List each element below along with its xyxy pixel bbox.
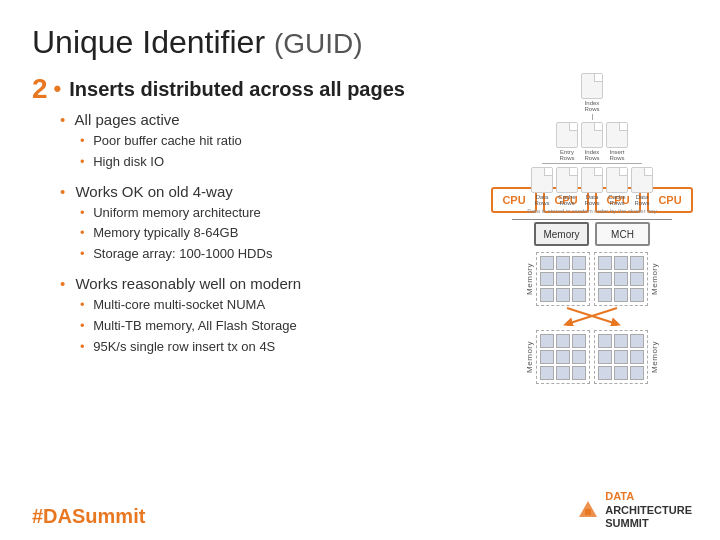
title-main: Unique Identifier — [32, 24, 265, 60]
section-2-bullet-1: • Uniform memory architecture — [80, 203, 452, 224]
slide: Unique Identifier (GUID) 2 • Inserts dis… — [0, 0, 720, 540]
section-3-heading: • Works reasonably well on modern — [60, 275, 452, 292]
title-sub: (GUID) — [274, 28, 363, 59]
section-3: • Works reasonably well on modern • Mult… — [60, 275, 452, 357]
connector-v1 — [592, 114, 593, 120]
doc-row-bottom: DataRows CacheRows DataRows CacheRows — [452, 167, 720, 206]
section-2-heading: • Works OK on old 4-way — [60, 183, 452, 200]
doc-data3: DataRows — [631, 167, 653, 206]
hashtag-footer: #DASummit — [32, 505, 145, 528]
cross-arrow-row — [452, 306, 720, 326]
mem-label-left-bottom: Memory — [525, 341, 534, 373]
doc-data1: DataRows — [531, 167, 553, 206]
logo-area: DATA ARCHITECTURE SUMMIT — [577, 490, 692, 530]
number-badge: 2 — [32, 73, 48, 105]
doc-icon-entry — [556, 122, 578, 148]
diagram-top: IndexRows EntryRows IndexRows — [452, 73, 720, 183]
svg-rect-5 — [585, 509, 591, 515]
doc-cache2: CacheRows — [606, 167, 628, 206]
section-2-bullet-2: • Memory typically 8-64GB — [80, 223, 452, 244]
doc-icon-insert — [606, 122, 628, 148]
doc-entry: EntryRows — [556, 122, 578, 161]
data-grid-left-bottom — [536, 330, 590, 384]
grid-right-bottom: Memory — [594, 330, 659, 384]
doc-index-mid: IndexRows — [581, 122, 603, 161]
mem-mch-row: Memory MCH — [452, 222, 720, 246]
doc-icon-index-mid — [581, 122, 603, 148]
section-1-bullet-2: • High disk IO — [80, 152, 452, 173]
doc-icon-data3 — [631, 167, 653, 193]
data-grid-right-bottom — [594, 330, 648, 384]
section-1: • All pages active • Poor buffer cache h… — [60, 111, 452, 173]
section-1-bullet-1: • Poor buffer cache hit ratio — [80, 131, 452, 152]
mem-label-left-top: Memory — [525, 263, 534, 295]
logo-icon — [577, 499, 599, 521]
doc-cache1: CacheRows — [556, 167, 578, 206]
main-bullet-text: Inserts distributed across all pages — [69, 78, 405, 101]
data-grid-right-top — [594, 252, 648, 306]
logo-svg — [577, 499, 599, 521]
logo-text-block: DATA ARCHITECTURE SUMMIT — [605, 490, 692, 530]
doc-row-middle: EntryRows IndexRows InsertRows — [452, 122, 720, 161]
bullet-dot-main: • — [54, 76, 62, 102]
cross-arrow-svg — [562, 306, 622, 326]
mem-label-right-bottom: Memory — [650, 341, 659, 373]
content-area: 2 • Inserts distributed across all pages… — [32, 73, 688, 384]
main-bullet-row: 2 • Inserts distributed across all pages — [32, 73, 452, 105]
section-2: • Works OK on old 4-way • Uniform memory… — [60, 183, 452, 265]
grid-section-top: Memory Memory — [452, 252, 720, 306]
mch-box: MCH — [595, 222, 650, 246]
grid-left-bottom: Memory — [525, 330, 590, 384]
grid-section-bottom: Memory Memory — [452, 330, 720, 384]
section-2-bullet-3: • Storage array: 100-1000 HDDs — [80, 244, 452, 265]
doc-icon-data1 — [531, 167, 553, 193]
doc-icon-cache2 — [606, 167, 628, 193]
data-caption: Data is stored in random order by the cl… — [452, 208, 720, 214]
doc-data2: DataRows — [581, 167, 603, 206]
cpu-mem-connector — [452, 219, 720, 220]
slide-title: Unique Identifier (GUID) — [32, 24, 688, 61]
doc-index-top: IndexRows — [581, 73, 603, 112]
section-3-bullet-2: • Multi-TB memory, All Flash Storage — [80, 316, 452, 337]
doc-icon-index — [581, 73, 603, 99]
section-1-heading: • All pages active — [60, 111, 452, 128]
doc-icon-data2 — [581, 167, 603, 193]
mem-label-right-top: Memory — [650, 263, 659, 295]
left-panel: 2 • Inserts distributed across all pages… — [32, 73, 452, 384]
section-3-bullet-3: • 95K/s single row insert tx on 4S — [80, 337, 452, 358]
section-3-bullet-1: • Multi-core multi-socket NUMA — [80, 295, 452, 316]
right-panel: IndexRows EntryRows IndexRows — [452, 73, 720, 384]
connector-h1 — [542, 163, 642, 164]
doc-insert: InsertRows — [606, 122, 628, 161]
grid-right-top: Memory — [594, 252, 659, 306]
memory-box: Memory — [534, 222, 589, 246]
data-grid-left-top — [536, 252, 590, 306]
grid-left-top: Memory — [525, 252, 590, 306]
doc-icon-cache1 — [556, 167, 578, 193]
